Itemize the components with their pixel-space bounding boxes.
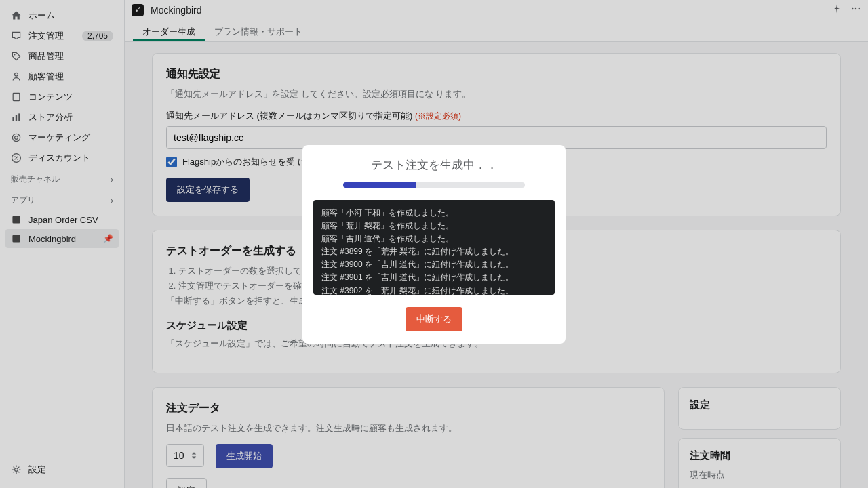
progress-bar	[343, 182, 525, 188]
modal-overlay: テスト注文を生成中．． 顧客「小河 正和」を作成しました。顧客「荒井 梨花」を作…	[0, 0, 868, 488]
progress-fill	[343, 182, 416, 188]
cancel-button[interactable]: 中断する	[406, 307, 462, 331]
log-output: 顧客「小河 正和」を作成しました。顧客「荒井 梨花」を作成しました。顧客「吉川 …	[313, 200, 555, 295]
generating-modal: テスト注文を生成中．． 顧客「小河 正和」を作成しました。顧客「荒井 梨花」を作…	[302, 145, 566, 344]
modal-title: テスト注文を生成中．．	[371, 157, 498, 173]
